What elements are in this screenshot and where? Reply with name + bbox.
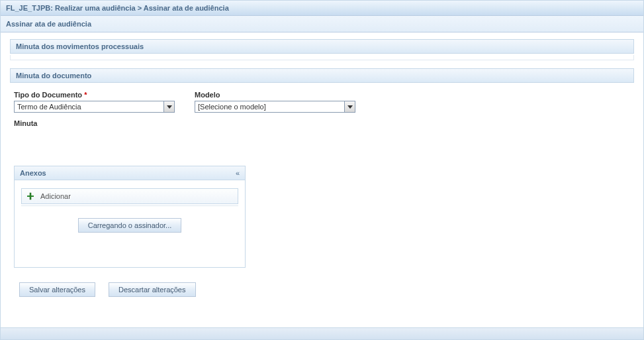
chevron-down-icon — [347, 104, 353, 109]
tipo-label: Tipo do Documento * — [14, 91, 175, 101]
required-marker: * — [84, 91, 87, 99]
action-row: Salvar alterações Descartar alterações — [14, 282, 630, 297]
add-attachment-button[interactable]: Adicionar — [21, 188, 238, 204]
footer-bar — [1, 327, 643, 339]
discard-button[interactable]: Descartar alterações — [109, 282, 196, 297]
app-window: FL_JE_TJPB: Realizar uma audiência > Ass… — [0, 0, 644, 340]
window-title: FL_JE_TJPB: Realizar uma audiência > Ass… — [1, 1, 643, 16]
add-label: Adicionar — [40, 192, 71, 200]
section-movimentos-body — [10, 55, 634, 60]
chevron-down-icon — [167, 104, 172, 109]
plus-icon — [26, 192, 35, 201]
tipo-select[interactable] — [14, 101, 175, 113]
modelo-col: Modelo — [195, 91, 355, 113]
modelo-select[interactable] — [195, 101, 355, 113]
modelo-input[interactable] — [195, 101, 344, 112]
save-button[interactable]: Salvar alterações — [19, 282, 95, 297]
svg-marker-0 — [167, 105, 172, 109]
anexos-panel: Anexos « Adicionar — [14, 166, 246, 268]
anexos-title: Anexos — [20, 169, 46, 177]
anexos-body: Adicionar Carregando o assinador... — [15, 180, 245, 267]
divider — [21, 205, 238, 206]
signer-row: Carregando o assinador... — [21, 218, 238, 233]
modelo-dropdown-button[interactable] — [344, 101, 355, 112]
page-body: Minuta dos movimentos processuais Minuta… — [1, 32, 643, 327]
anexos-header: Anexos « — [15, 166, 245, 180]
form-area: Tipo do Documento * Modelo — [10, 84, 634, 301]
page-subheader: Assinar ata de audiência — [1, 16, 643, 32]
tipo-col: Tipo do Documento * — [14, 91, 175, 113]
section-movimentos-header: Minuta dos movimentos processuais — [10, 39, 634, 54]
svg-rect-3 — [27, 196, 34, 197]
modelo-label: Modelo — [195, 91, 355, 101]
tipo-label-text: Tipo do Documento — [14, 91, 82, 99]
tipo-input[interactable] — [15, 101, 163, 112]
collapse-icon[interactable]: « — [236, 169, 240, 177]
section-documento-header: Minuta do documento — [10, 68, 634, 83]
tipo-dropdown-button[interactable] — [163, 101, 174, 112]
svg-marker-1 — [347, 105, 353, 109]
form-row: Tipo do Documento * Modelo — [14, 91, 630, 113]
minuta-label: Minuta — [14, 119, 630, 127]
signer-loading-button[interactable]: Carregando o assinador... — [78, 218, 182, 233]
